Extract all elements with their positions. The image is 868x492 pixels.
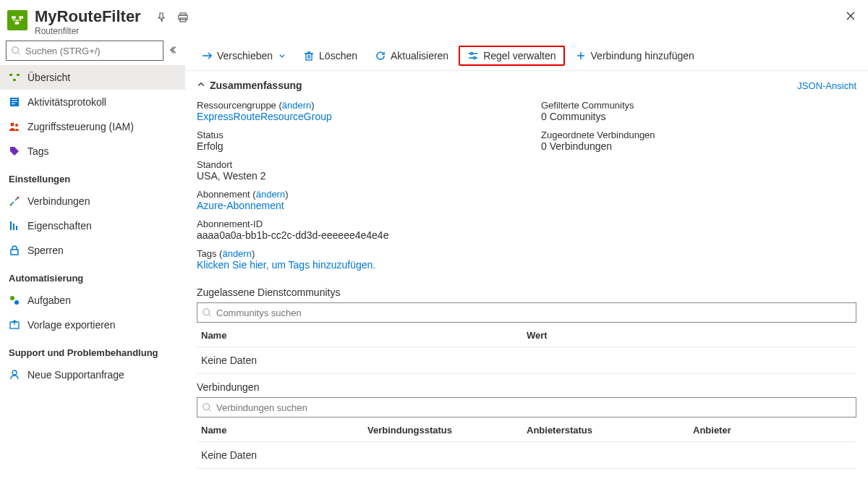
svg-point-28	[474, 56, 476, 59]
svg-rect-13	[12, 103, 15, 104]
sidebar-search-input[interactable]	[25, 46, 158, 56]
route-filter-icon	[9, 72, 20, 83]
change-resource-group-link[interactable]: ändern	[282, 100, 311, 111]
chevron-up-icon[interactable]	[197, 80, 205, 91]
sidebar-item-tags[interactable]: Tags	[0, 139, 185, 164]
filtered-communities-label: Gefilterte Communitys	[541, 100, 856, 111]
nav-group-support: Support und Problembehandlung	[0, 337, 185, 362]
sidebar-item-export-template[interactable]: Vorlage exportieren	[0, 313, 185, 337]
sidebar-item-tasks[interactable]: Aufgaben	[0, 288, 185, 313]
nav-label: Tags	[27, 145, 49, 157]
svg-point-16	[10, 204, 12, 206]
nav-label: Eigenschaften	[27, 220, 92, 232]
chevron-down-icon	[278, 52, 286, 59]
connections-search-input[interactable]	[216, 402, 851, 413]
manage-rule-button[interactable]: Regel verwalten	[459, 46, 564, 66]
svg-rect-19	[13, 224, 14, 230]
refresh-button[interactable]: Aktualisieren	[367, 47, 456, 64]
svg-rect-18	[10, 221, 12, 230]
resource-group-label: Ressourcengruppe	[197, 100, 276, 111]
col-provider[interactable]: Anbieter	[693, 425, 852, 436]
col-name[interactable]: Name	[201, 425, 367, 436]
tags-add-link[interactable]: Klicken Sie hier, um Tags hinzuzufügen.	[197, 259, 375, 271]
search-icon	[202, 308, 212, 318]
add-connection-button[interactable]: Verbindung hinzufügen	[568, 47, 702, 64]
move-button[interactable]: Verschieben	[194, 47, 293, 64]
associated-connections-value: 0 Verbindungen	[541, 140, 856, 152]
tasks-icon	[9, 294, 20, 306]
communities-search[interactable]	[197, 302, 856, 323]
svg-rect-0	[12, 16, 16, 18]
json-view-link[interactable]: JSON-Ansicht	[797, 80, 856, 91]
svg-rect-20	[16, 226, 17, 230]
col-value[interactable]: Wert	[527, 330, 852, 341]
svg-rect-26	[306, 54, 312, 60]
communities-heading: Zugelassene Dienstcommunitys	[197, 287, 856, 298]
svg-point-15	[15, 124, 18, 127]
nav-label: Vorlage exportieren	[27, 319, 115, 331]
communities-search-input[interactable]	[216, 308, 851, 318]
col-name[interactable]: Name	[201, 330, 527, 341]
col-connection-status[interactable]: Verbindungsstatus	[367, 425, 527, 436]
sidebar-item-support-request[interactable]: Neue Supportanfrage	[0, 362, 185, 387]
nav-label: Übersicht	[27, 72, 70, 83]
location-value: USA, Westen 2	[197, 170, 512, 182]
nav-label: Verbindungen	[27, 195, 90, 207]
svg-point-29	[203, 309, 210, 315]
nav-label: Aufgaben	[27, 294, 71, 306]
people-icon	[9, 121, 20, 132]
nav-label: Aktivitätsprotokoll	[27, 96, 106, 108]
properties-icon	[9, 220, 20, 232]
sidebar-item-overview[interactable]: Übersicht	[0, 65, 185, 90]
change-subscription-link[interactable]: ändern	[256, 189, 285, 200]
svg-point-30	[203, 404, 210, 410]
export-icon	[9, 319, 20, 331]
connections-empty: Keine Daten	[197, 442, 856, 469]
sidebar-search[interactable]	[6, 41, 163, 61]
svg-point-23	[14, 300, 19, 305]
connections-icon	[9, 195, 20, 207]
svg-rect-8	[17, 74, 20, 76]
svg-point-14	[11, 123, 14, 127]
page-subtitle: Routenfilter	[35, 26, 141, 36]
filtered-communities-value: 0 Communitys	[541, 111, 856, 122]
communities-empty: Keine Daten	[197, 347, 856, 374]
sidebar: Übersicht Aktivitätsprotokoll Zugriffsst…	[0, 41, 185, 492]
sidebar-item-connections[interactable]: Verbindungen	[0, 189, 185, 213]
sidebar-item-activity-log[interactable]: Aktivitätsprotokoll	[0, 90, 185, 114]
pin-icon[interactable]	[156, 12, 167, 25]
resource-group-link[interactable]: ExpressRouteResourceGroup	[197, 111, 332, 122]
page-title: MyRouteFilter	[35, 7, 141, 26]
svg-rect-1	[19, 16, 23, 18]
sidebar-item-properties[interactable]: Eigenschaften	[0, 213, 185, 238]
delete-button[interactable]: Löschen	[296, 47, 365, 64]
subscription-link[interactable]: Azure-Abonnement	[197, 200, 284, 211]
summary-heading: Zusammenfassung	[210, 80, 302, 91]
subscription-id-value: aaaa0a0a-bb1b-cc2c-dd3d-eeeeee4e4e4e	[197, 229, 512, 241]
nav-label: Neue Supportanfrage	[27, 369, 124, 381]
collapse-sidebar-icon[interactable]	[169, 45, 179, 57]
svg-point-27	[471, 52, 473, 54]
nav-group-settings: Einstellungen	[0, 164, 185, 189]
svg-rect-9	[13, 79, 16, 81]
svg-rect-7	[9, 74, 12, 76]
nav-group-automation: Automatisierung	[0, 263, 185, 288]
location-label: Standort	[197, 159, 512, 170]
nav-label: Zugriffssteuerung (IAM)	[27, 121, 134, 132]
support-icon	[9, 369, 20, 381]
nav-label: Sperren	[27, 245, 64, 256]
essentials: Ressourcengruppe (ändern) ExpressRouteRe…	[197, 94, 856, 279]
sidebar-item-iam[interactable]: Zugriffssteuerung (IAM)	[0, 114, 185, 139]
svg-rect-2	[15, 22, 20, 24]
tag-icon	[9, 145, 20, 157]
col-provider-status[interactable]: Anbieterstatus	[527, 425, 693, 436]
svg-rect-11	[12, 99, 17, 100]
print-icon[interactable]	[177, 12, 189, 25]
close-button[interactable]	[845, 10, 856, 24]
sidebar-item-locks[interactable]: Sperren	[0, 238, 185, 263]
connections-search[interactable]	[197, 397, 856, 417]
change-tags-link[interactable]: ändern	[222, 248, 251, 259]
communities-table-head: Name Wert	[197, 323, 856, 347]
search-icon	[202, 402, 212, 412]
status-label: Status	[197, 130, 512, 140]
